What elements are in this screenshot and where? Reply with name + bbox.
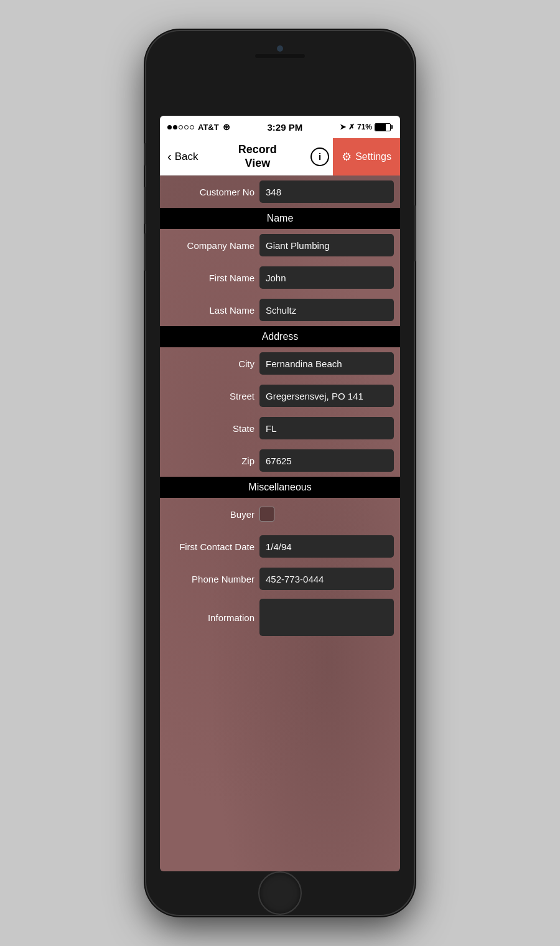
back-label: Back xyxy=(175,151,198,163)
signal-dot-1 xyxy=(167,125,172,129)
carrier-label: AT&T xyxy=(198,123,219,132)
gear-icon: ⚙ xyxy=(342,150,352,164)
information-value[interactable] xyxy=(259,599,394,636)
street-label: Street xyxy=(166,391,259,401)
company-name-label: Company Name xyxy=(166,240,259,251)
zip-label: Zip xyxy=(166,456,259,466)
home-button[interactable] xyxy=(258,871,302,915)
nav-title: RecordView xyxy=(204,143,310,170)
signal-dot-3 xyxy=(179,125,183,129)
state-label: State xyxy=(166,423,259,434)
mute-button[interactable] xyxy=(144,143,146,166)
zip-row: Zip 67625 xyxy=(160,444,400,477)
status-left: AT&T ⊛ xyxy=(167,122,230,132)
section-name-header: Name xyxy=(160,208,400,229)
first-contact-date-label: First Contact Date xyxy=(166,541,259,552)
company-name-value[interactable]: Giant Plumbing xyxy=(259,234,394,256)
location-icon: ➤ xyxy=(340,123,346,131)
first-contact-date-row: First Contact Date 1/4/94 xyxy=(160,530,400,563)
customer-no-label: Customer No xyxy=(166,187,259,197)
buyer-checkbox[interactable] xyxy=(259,507,274,522)
battery-fill xyxy=(375,124,386,131)
city-label: City xyxy=(166,358,259,369)
nav-bar: ‹ Back RecordView i ⚙ Settings xyxy=(160,138,400,176)
camera-dot xyxy=(277,45,283,52)
back-button[interactable]: ‹ Back xyxy=(160,149,204,164)
signal-dot-5 xyxy=(190,125,194,129)
first-name-label: First Name xyxy=(166,273,259,283)
power-button[interactable] xyxy=(414,205,416,261)
information-row: Information xyxy=(160,595,400,640)
info-icon: i xyxy=(319,151,321,162)
content-area: Customer No 348 Name Company Name Giant … xyxy=(160,176,400,871)
zip-value[interactable]: 67625 xyxy=(259,449,394,472)
buyer-label: Buyer xyxy=(166,509,259,520)
wifi-icon: ⊛ xyxy=(223,122,230,132)
phone-device: AT&T ⊛ 3:29 PM ➤ ✗ 71% ‹ Back xyxy=(146,31,414,915)
state-row: State FL xyxy=(160,412,400,444)
signal-dot-4 xyxy=(184,125,189,129)
speaker-slit xyxy=(255,54,305,58)
section-misc-header: Miscellaneous xyxy=(160,477,400,498)
battery-percent: 71% xyxy=(357,123,372,131)
information-label: Information xyxy=(166,612,259,623)
status-right: ➤ ✗ 71% xyxy=(340,123,393,131)
buyer-row: Buyer xyxy=(160,498,400,530)
signal-dot-2 xyxy=(173,125,177,129)
settings-button[interactable]: ⚙ Settings xyxy=(333,138,400,176)
first-name-value[interactable]: John xyxy=(259,266,394,289)
battery-body xyxy=(375,123,391,131)
first-name-row: First Name John xyxy=(160,261,400,294)
company-name-row: Company Name Giant Plumbing xyxy=(160,229,400,261)
volume-up-button[interactable] xyxy=(144,187,146,224)
signal-bars xyxy=(167,125,194,129)
info-button[interactable]: i xyxy=(310,148,329,166)
state-value[interactable]: FL xyxy=(259,417,394,439)
phone-number-row: Phone Number 452-773-0444 xyxy=(160,563,400,595)
last-name-row: Last Name Schultz xyxy=(160,294,400,326)
back-chevron-icon: ‹ xyxy=(167,149,172,164)
bottom-bezel xyxy=(258,871,302,915)
phone-number-value[interactable]: 452-773-0444 xyxy=(259,568,394,590)
phone-number-label: Phone Number xyxy=(166,574,259,584)
last-name-value[interactable]: Schultz xyxy=(259,299,394,321)
volume-down-button[interactable] xyxy=(144,233,146,271)
settings-label: Settings xyxy=(355,151,391,162)
customer-no-value[interactable]: 348 xyxy=(259,180,394,203)
battery-icon xyxy=(375,123,393,131)
section-address-header: Address xyxy=(160,326,400,347)
customer-no-row: Customer No 348 xyxy=(160,176,400,208)
status-time: 3:29 PM xyxy=(267,122,302,133)
top-bezel xyxy=(255,31,305,72)
street-value[interactable]: Gregersensvej, PO 141 xyxy=(259,385,394,407)
city-row: City Fernandina Beach xyxy=(160,347,400,380)
bluetooth-icon: ✗ xyxy=(348,123,355,131)
city-value[interactable]: Fernandina Beach xyxy=(259,352,394,375)
first-contact-date-value[interactable]: 1/4/94 xyxy=(259,535,394,558)
status-bar: AT&T ⊛ 3:29 PM ➤ ✗ 71% xyxy=(160,116,400,138)
phone-screen: AT&T ⊛ 3:29 PM ➤ ✗ 71% ‹ Back xyxy=(160,116,400,871)
last-name-label: Last Name xyxy=(166,305,259,316)
battery-tip xyxy=(391,125,393,129)
street-row: Street Gregersensvej, PO 141 xyxy=(160,380,400,412)
